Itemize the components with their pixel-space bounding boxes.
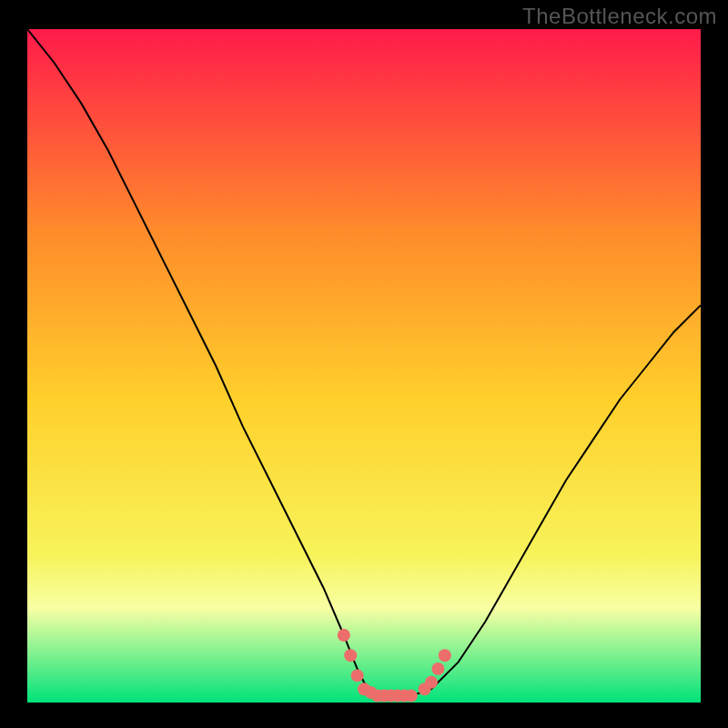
plot-area	[27, 29, 701, 703]
curve-marker	[431, 662, 444, 675]
gradient-background	[27, 29, 701, 703]
curve-marker	[405, 690, 418, 703]
curve-marker	[439, 649, 451, 662]
watermark-text: TheBottleneck.com	[522, 4, 717, 29]
curve-marker	[338, 629, 350, 642]
curve-marker	[425, 676, 438, 689]
curve-marker	[344, 649, 357, 662]
chart-svg	[27, 29, 701, 703]
chart-frame: TheBottleneck.com	[0, 0, 728, 728]
curve-marker	[351, 669, 364, 682]
